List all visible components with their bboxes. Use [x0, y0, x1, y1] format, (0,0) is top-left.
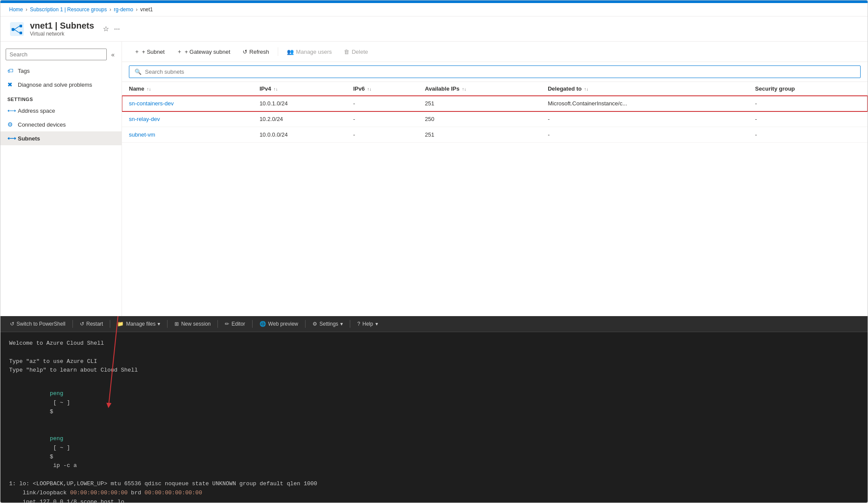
breadcrumb-subscription[interactable]: Subscription 1 | Resource groups — [30, 7, 107, 13]
cell-ipv6: - — [346, 111, 418, 127]
editor-icon: ✏ — [225, 321, 229, 327]
cell-delegated-to: - — [541, 127, 748, 143]
breadcrumb-rg[interactable]: rg-demo — [114, 7, 133, 13]
settings-section-label: Settings — [0, 91, 122, 104]
delete-button[interactable]: 🗑 Delete — [339, 46, 373, 58]
page-wrapper: Home › Subscription 1 | Resource groups … — [0, 0, 868, 503]
name-sort-icon[interactable]: ↑↓ — [147, 87, 151, 91]
sidebar-item-connected-devices-label: Connected devices — [18, 121, 66, 128]
shell-cmd-1: ip -c a — [50, 462, 77, 469]
restart-button[interactable]: ↺ Restart — [76, 319, 108, 329]
add-subnet-label: + Subnet — [142, 49, 164, 55]
shell-help-button[interactable]: ? Help ▾ — [353, 319, 382, 329]
subnet-name-link[interactable]: sn-containers-dev — [129, 100, 174, 107]
cell-name: subnet-vm — [122, 127, 253, 143]
subnets-search-input[interactable] — [145, 69, 855, 75]
shell-sep-4 — [217, 320, 218, 328]
sidebar: « 🏷 Tags ✖ Diagnose and solve problems S… — [0, 42, 122, 316]
shell-sep-6 — [305, 320, 306, 328]
add-subnet-icon: ＋ — [134, 48, 140, 56]
shell-sep-1 — [72, 320, 73, 328]
add-gateway-subnet-button[interactable]: ＋ + Gateway subnet — [171, 45, 235, 58]
manage-users-button[interactable]: 👥 Manage users — [282, 46, 337, 58]
svg-rect-1 — [12, 28, 14, 31]
sidebar-item-diagnose[interactable]: ✖ Diagnose and solve problems — [0, 78, 122, 91]
help-chevron: ▾ — [375, 321, 378, 327]
subnets-table-body: sn-containers-dev10.0.1.0/24-251Microsof… — [122, 96, 868, 143]
breadcrumb-current: vnet1 — [140, 7, 153, 13]
toolbar-separator-1 — [278, 47, 278, 56]
editor-button[interactable]: ✏ Editor — [220, 319, 249, 329]
search-icon: 🔍 — [135, 69, 141, 75]
available-ips-sort-icon[interactable]: ↑↓ — [462, 87, 466, 91]
table-row[interactable]: subnet-vm10.0.0.0/24-251-- — [122, 127, 868, 143]
connected-devices-icon: ⚙ — [7, 121, 14, 128]
col-ipv6: IPv6 ↑↓ — [346, 82, 418, 96]
manage-files-button[interactable]: 📁 Manage files ▾ — [113, 319, 164, 329]
sidebar-item-address-space-label: Address space — [18, 108, 55, 114]
shell-settings-chevron: ▾ — [340, 321, 343, 327]
shell-content: Welcome to Azure Cloud Shell Type "az" t… — [0, 332, 868, 503]
gateway-icon: ＋ — [177, 48, 182, 56]
subnet-name-link[interactable]: subnet-vm — [129, 131, 155, 138]
resource-name: vnet1 | Subnets — [30, 21, 94, 31]
ipv4-sort-icon[interactable]: ↑↓ — [273, 87, 278, 91]
web-preview-button[interactable]: 🌐 Web preview — [255, 319, 302, 329]
gateway-subnet-label: + Gateway subnet — [184, 49, 230, 55]
sidebar-item-address-space[interactable]: ⟷ Address space — [0, 104, 122, 118]
tags-icon: 🏷 — [7, 67, 14, 74]
welcome-line-2 — [9, 348, 859, 357]
more-options-button[interactable]: ··· — [114, 25, 120, 33]
content-area: ＋ + Subnet ＋ + Gateway subnet ↺ Refresh — [122, 42, 868, 316]
cell-security-group: - — [748, 127, 868, 143]
header-icons: ☆ ··· — [103, 25, 120, 33]
table-header-row: Name ↑↓ IPv4 ↑↓ IPv6 ↑↓ — [122, 82, 868, 96]
panels-row: « 🏷 Tags ✖ Diagnose and solve problems S… — [0, 42, 868, 316]
breadcrumb: Home › Subscription 1 | Resource groups … — [0, 3, 868, 16]
refresh-label: Refresh — [250, 49, 270, 55]
table-row[interactable]: sn-containers-dev10.0.1.0/24-251Microsof… — [122, 96, 868, 111]
subnets-table: Name ↑↓ IPv4 ↑↓ IPv6 ↑↓ — [122, 82, 868, 143]
portal-frame: Home › Subscription 1 | Resource groups … — [0, 0, 868, 503]
sidebar-item-tags[interactable]: 🏷 Tags — [0, 64, 122, 78]
shell-settings-button[interactable]: ⚙ Settings ▾ — [308, 319, 347, 329]
ipv6-sort-icon[interactable]: ↑↓ — [367, 87, 372, 91]
col-delegated-to: Delegated to ↑↓ — [541, 82, 748, 96]
favorite-button[interactable]: ☆ — [103, 25, 109, 33]
switch-powershell-button[interactable]: ↺ Switch to PowerShell — [6, 319, 70, 329]
refresh-button[interactable]: ↺ Refresh — [237, 46, 275, 58]
subnet-name-link[interactable]: sn-relay-dev — [129, 116, 160, 122]
add-subnet-button[interactable]: ＋ + Subnet — [129, 45, 170, 58]
upper-panel: « 🏷 Tags ✖ Diagnose and solve problems S… — [0, 42, 868, 316]
shell-prompt-user-1: peng — [50, 390, 63, 397]
sidebar-collapse-button[interactable]: « — [109, 49, 116, 60]
resource-title-group: vnet1 | Subnets Virtual network — [30, 21, 94, 37]
col-available-ips: Available IPs ↑↓ — [418, 82, 541, 96]
cell-delegated-to: - — [541, 111, 748, 127]
svg-rect-2 — [20, 25, 22, 27]
address-space-icon: ⟷ — [7, 107, 14, 114]
subnets-table-container: Name ↑↓ IPv4 ↑↓ IPv6 ↑↓ — [122, 82, 868, 143]
vnet-icon — [9, 21, 25, 37]
sidebar-item-subnets-label: Subnets — [18, 135, 40, 142]
shell-settings-icon: ⚙ — [312, 321, 317, 327]
manage-files-icon: 📁 — [117, 321, 124, 327]
shell-out-1: 1: lo: <LOOPBACK,UP,LOWER_UP> mtu 65536 … — [9, 480, 859, 489]
cell-security-group: - — [748, 96, 868, 111]
shell-settings-label: Settings — [319, 321, 338, 327]
delete-label: Delete — [352, 49, 368, 55]
sidebar-search-input[interactable] — [6, 49, 107, 60]
sidebar-item-subnets[interactable]: ⟷ Subnets — [0, 131, 122, 145]
new-session-button[interactable]: ⊞ New session — [170, 319, 215, 329]
sidebar-item-diagnose-label: Diagnose and solve problems — [18, 82, 92, 88]
shell-sep-7 — [350, 320, 350, 328]
sidebar-item-connected-devices[interactable]: ⚙ Connected devices — [0, 118, 122, 131]
breadcrumb-home[interactable]: Home — [9, 7, 23, 13]
svg-rect-3 — [20, 32, 22, 34]
manage-users-icon: 👥 — [287, 49, 294, 55]
table-row[interactable]: sn-relay-dev10.2.0/24-250-- — [122, 111, 868, 127]
manage-users-label: Manage users — [296, 49, 332, 55]
subnets-icon: ⟷ — [7, 135, 14, 142]
cell-available-ips: 250 — [418, 111, 541, 127]
delegated-sort-icon[interactable]: ↑↓ — [584, 87, 589, 91]
